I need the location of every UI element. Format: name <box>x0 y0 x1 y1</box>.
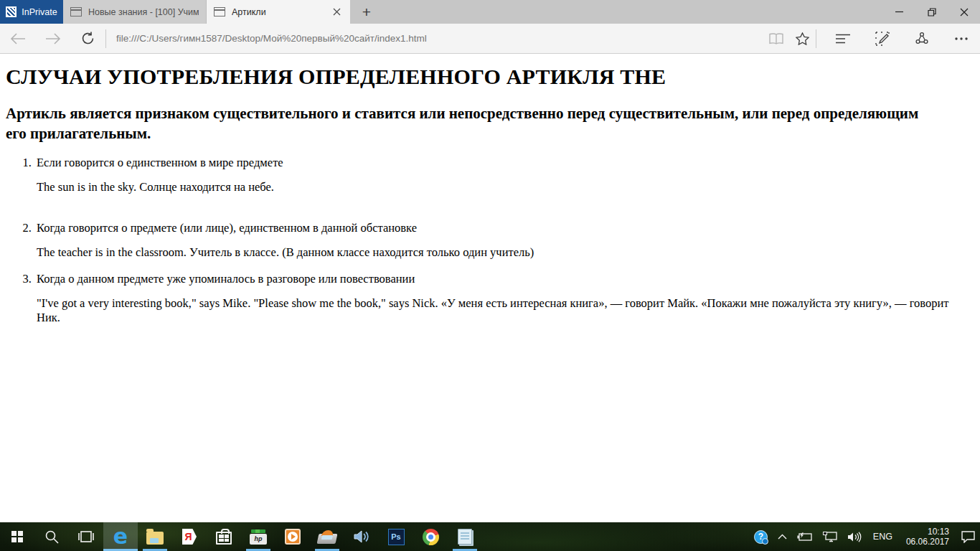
volume-icon <box>847 532 862 542</box>
task-view-button[interactable] <box>69 522 103 551</box>
address-bar[interactable]: file:///C:/Users/гимн1587/Desktop/Мой%20… <box>106 33 763 44</box>
language-indicator[interactable]: ENG <box>867 522 899 551</box>
example-text: The teacher is in the classroom. Учитель… <box>37 245 974 260</box>
tray-expand-button[interactable] <box>773 522 792 551</box>
browser-toolbar: file:///C:/Users/гимн1587/Desktop/Мой%20… <box>0 24 980 54</box>
taskbar-hp-button[interactable]: hp <box>241 522 275 551</box>
taskbar-search-button[interactable] <box>34 522 69 551</box>
toolbar-divider <box>816 29 816 48</box>
clock-date: 06.06.2017 <box>906 537 949 547</box>
tab-title: Новые знания - [100] Учим <box>88 7 199 17</box>
page-content: СЛУЧАИ УПОТРЕБЛЕНИЯ ОПРЕДЕЛЕННОГО АРТИКЛ… <box>0 54 980 522</box>
list-item: Когда о данном предмете уже упоминалось … <box>34 272 974 325</box>
window-controls <box>883 0 980 24</box>
taskbar-chrome-button[interactable] <box>413 522 448 551</box>
page-title: СЛУЧАИ УПОТРЕБЛЕНИЯ ОПРЕДЕЛЕННОГО АРТИКЛ… <box>6 65 974 89</box>
clock-time: 10:13 <box>906 527 949 537</box>
rule-text: Когда о данном предмете уже упоминалось … <box>37 272 974 286</box>
restore-button[interactable] <box>915 0 948 24</box>
taskbar-edge-button[interactable]: e <box>103 522 138 551</box>
taskbar-audio-button[interactable] <box>344 522 379 551</box>
chrome-icon <box>423 529 439 545</box>
photoshop-icon: Ps <box>388 529 405 545</box>
network-icon <box>823 532 837 542</box>
action-center-icon <box>961 531 975 543</box>
edge-icon: e <box>113 527 128 547</box>
tab-novye-znaniya[interactable]: Новые знания - [100] Учим <box>63 0 207 24</box>
intro-paragraph: Артикль является признаком существительн… <box>6 104 974 144</box>
rules-list: Если говорится о единственном в мире пре… <box>6 156 974 325</box>
hp-printer-icon: hp <box>250 534 267 545</box>
page-icon <box>214 7 225 17</box>
favorites-star-icon[interactable] <box>789 32 816 45</box>
taskbar-photoshop-button[interactable]: Ps <box>379 522 413 551</box>
forward-button[interactable] <box>35 24 70 53</box>
action-center-button[interactable] <box>956 522 980 551</box>
back-button[interactable] <box>0 24 35 53</box>
search-icon <box>44 529 59 544</box>
system-tray: ? ENG 10:13 0 <box>749 522 980 551</box>
more-options-icon[interactable] <box>948 37 974 40</box>
help-icon: ? <box>754 530 768 544</box>
taskbar-store-button[interactable] <box>207 522 241 551</box>
windows-logo-icon <box>11 531 23 542</box>
tab-close-icon[interactable] <box>330 6 343 19</box>
reading-view-icon[interactable] <box>763 33 789 44</box>
minimize-button[interactable] <box>883 0 915 24</box>
refresh-button[interactable] <box>70 24 105 53</box>
list-item: Если говорится о единственном в мире пре… <box>34 156 974 194</box>
inprivate-label: InPrivate <box>22 7 57 17</box>
taskbar-media-player-button[interactable] <box>275 522 310 551</box>
rule-text: Если говорится о единственном в мире пре… <box>37 156 974 170</box>
battery-icon <box>797 532 813 542</box>
tab-artikli[interactable]: Артикли <box>207 0 350 24</box>
new-tab-button[interactable]: + <box>350 0 383 24</box>
toolbar-right-group <box>763 29 980 48</box>
media-player-icon <box>285 529 301 545</box>
scanner-icon <box>317 534 338 544</box>
volume-tray-button[interactable] <box>842 522 867 551</box>
web-note-icon[interactable] <box>869 32 895 46</box>
windows-store-icon <box>216 532 232 545</box>
example-text: The sun is in the sky. Солнце находится … <box>37 180 974 194</box>
chevron-up-icon <box>778 534 787 540</box>
clock[interactable]: 10:13 06.06.2017 <box>899 527 956 547</box>
notepad-icon <box>458 529 472 545</box>
speaker-icon <box>353 529 370 545</box>
taskbar-file-explorer-button[interactable] <box>138 522 172 551</box>
start-button[interactable] <box>0 522 34 551</box>
tab-title: Артикли <box>232 7 324 17</box>
share-icon[interactable] <box>908 32 935 46</box>
battery-tray-button[interactable] <box>792 522 818 551</box>
taskbar-scanner-button[interactable] <box>310 522 344 551</box>
hub-icon[interactable] <box>829 34 856 44</box>
inprivate-icon <box>6 6 17 17</box>
list-item: Когда говорится о предмете (или лице), е… <box>34 221 974 260</box>
task-view-icon <box>77 530 95 543</box>
network-tray-button[interactable] <box>818 522 842 551</box>
yandex-browser-icon: Я <box>182 529 197 545</box>
close-window-button[interactable] <box>948 0 980 24</box>
page-icon <box>70 7 82 17</box>
file-explorer-icon <box>146 532 164 545</box>
taskbar-notepad-button[interactable] <box>448 522 482 551</box>
taskbar-yandex-button[interactable]: Я <box>172 522 207 551</box>
taskbar: e Я hp Ps ? <box>0 522 980 551</box>
help-tray-button[interactable]: ? <box>749 522 773 551</box>
inprivate-badge: InPrivate <box>0 0 63 24</box>
tabbar-spacer <box>383 0 883 24</box>
rule-text: Когда говорится о предмете (или лице), е… <box>37 221 974 235</box>
tab-bar: InPrivate Новые знания - [100] Учим Арти… <box>0 0 980 24</box>
example-text: "I've got a very interesting book," says… <box>37 296 974 325</box>
